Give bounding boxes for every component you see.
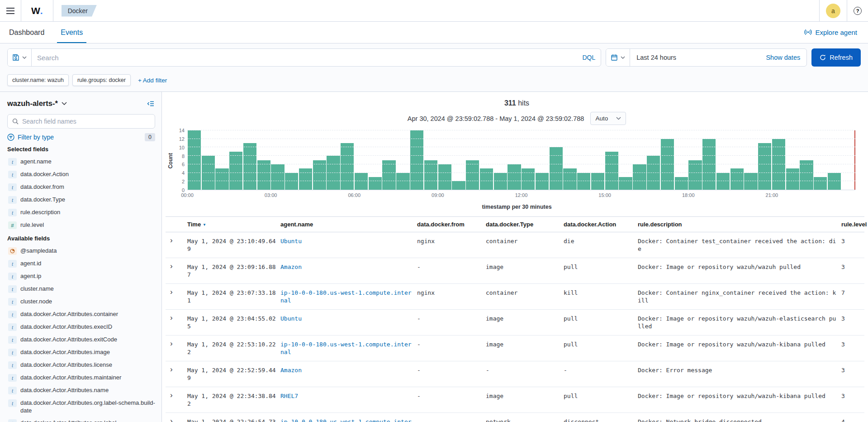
gridline — [187, 155, 855, 156]
field-item[interactable]: tdata.docker.Action — [7, 168, 155, 181]
agent-name-link[interactable]: Amazon — [280, 264, 302, 270]
histogram-bar[interactable] — [758, 143, 771, 190]
field-search-input[interactable] — [22, 118, 150, 125]
show-dates-link[interactable]: Show dates — [759, 54, 806, 61]
field-item[interactable]: tcluster.name — [7, 283, 155, 295]
expand-row-button[interactable]: › — [166, 258, 187, 283]
filter-pill-rule-groups[interactable]: rule.groups: docker — [72, 74, 131, 86]
refresh-button[interactable]: Refresh — [811, 48, 861, 67]
histogram-bar[interactable] — [522, 168, 535, 190]
field-item[interactable]: tcluster.node — [7, 295, 155, 308]
histogram-bar[interactable] — [215, 168, 228, 190]
histogram-bar[interactable] — [229, 152, 242, 190]
field-item[interactable]: tdata.docker.Actor.Attributes.container — [7, 308, 155, 321]
histogram-bar[interactable] — [202, 156, 215, 190]
histogram-bar[interactable] — [550, 147, 563, 190]
histogram-bar[interactable] — [299, 168, 312, 190]
tab-events[interactable]: Events — [61, 22, 83, 43]
agent-name-link[interactable]: ip-10-0-0-180.us-west-1.compute.internal — [280, 341, 412, 355]
histogram-bar[interactable] — [814, 177, 827, 190]
histogram-bar[interactable] — [675, 177, 688, 190]
expand-row-button[interactable]: › — [166, 232, 187, 258]
histogram-bar[interactable] — [369, 177, 382, 190]
histogram-bar[interactable] — [424, 160, 437, 190]
field-item[interactable]: tagent.ip — [7, 270, 155, 283]
histogram-bar[interactable] — [271, 164, 284, 190]
histogram-bar[interactable] — [688, 160, 702, 190]
histogram-bar[interactable] — [563, 168, 576, 190]
index-pattern-selector[interactable]: wazuh-alerts-* — [7, 99, 67, 108]
histogram-bar[interactable] — [786, 168, 799, 190]
histogram-bar[interactable] — [452, 181, 465, 190]
avatar[interactable]: a — [826, 4, 840, 18]
cell-docker-action: pull — [564, 258, 638, 283]
calendar-button[interactable] — [606, 49, 630, 66]
field-item[interactable]: trule.description — [7, 206, 155, 219]
histogram-bar[interactable] — [243, 143, 256, 190]
histogram-bar[interactable] — [382, 160, 395, 190]
field-item[interactable]: tdata.docker.Actor.Attributes.exitCode — [7, 333, 155, 346]
wazuh-logo[interactable]: W. — [21, 0, 53, 21]
field-item-label: data.docker.Actor.Attributes.image — [20, 348, 110, 356]
histogram-bar[interactable] — [438, 164, 451, 190]
agent-name-link[interactable]: ip-10-0-0-180.us-west-1.compute.internal — [280, 418, 412, 422]
cell-rule-description: Docker: Image or repository wazuh/wazuh-… — [638, 336, 841, 361]
field-item[interactable]: tdata.docker.Actor.Attributes.maintainer — [7, 371, 155, 384]
help-button[interactable]: ? — [847, 0, 868, 21]
chart-plot[interactable] — [187, 130, 855, 190]
x-tick-label: 15:00 — [598, 192, 611, 198]
tab-dashboard[interactable]: Dashboard — [9, 22, 44, 43]
field-item[interactable]: tdata.docker.Actor.Attributes.org.label-… — [7, 397, 155, 417]
field-item[interactable]: tdata.docker.Actor.Attributes.name — [7, 384, 155, 397]
histogram-bar[interactable] — [480, 168, 493, 190]
time-range-value[interactable]: Last 24 hours — [630, 54, 759, 61]
field-item[interactable]: @sampledata — [7, 245, 155, 257]
agent-name-link[interactable]: Amazon — [280, 367, 302, 374]
interval-select[interactable]: Auto — [590, 112, 626, 125]
agent-name-link[interactable]: ip-10-0-0-180.us-west-1.compute.internal — [280, 289, 412, 304]
histogram-bar[interactable] — [466, 160, 479, 190]
histogram-bar[interactable] — [800, 160, 813, 190]
histogram-bar[interactable] — [619, 177, 632, 190]
agent-name-link[interactable]: Ubuntu — [280, 238, 302, 245]
filter-by-type-button[interactable]: Filter by type — [7, 134, 54, 141]
filter-pill-cluster-name[interactable]: cluster.name: wazuh — [7, 74, 69, 86]
agent-name-link[interactable]: Ubuntu — [280, 315, 302, 322]
menu-button[interactable] — [0, 0, 21, 21]
histogram-bar[interactable] — [327, 156, 340, 190]
histogram-bar[interactable] — [341, 143, 354, 190]
sort-down-icon: ▼ — [203, 223, 206, 227]
breadcrumb[interactable]: Docker — [62, 5, 97, 17]
add-filter-link[interactable]: + Add filter — [138, 77, 167, 84]
histogram-bar[interactable] — [730, 168, 744, 190]
expand-row-button[interactable]: › — [166, 361, 187, 387]
field-item[interactable]: tdata.docker.Actor.Attributes.execID — [7, 321, 155, 333]
field-item[interactable]: tdata.docker.Actor.Attributes.image — [7, 346, 155, 359]
field-item[interactable]: tagent.name — [7, 155, 155, 168]
expand-row-button[interactable]: › — [166, 310, 187, 335]
expand-row-button[interactable]: › — [166, 336, 187, 361]
histogram-bar[interactable] — [508, 164, 521, 190]
saved-query-button[interactable] — [8, 49, 32, 66]
field-item[interactable]: #rule.level — [7, 219, 155, 231]
agent-name-link[interactable]: RHEL7 — [280, 393, 298, 399]
expand-row-button[interactable]: › — [166, 413, 187, 422]
histogram-bar[interactable] — [257, 160, 270, 190]
field-item[interactable]: tdata.docker.from — [7, 181, 155, 193]
app-root: W. Docker a ? Dashboard Events Explore a… — [0, 0, 868, 422]
field-item[interactable]: tdata.docker.Actor.Attributes.org.label- — [7, 417, 155, 422]
dql-button[interactable]: DQL — [577, 54, 601, 61]
histogram-bar[interactable] — [633, 164, 646, 190]
histogram-bar[interactable] — [605, 152, 618, 190]
histogram-bar[interactable] — [313, 160, 326, 190]
col-time[interactable]: Time▼ — [187, 217, 280, 232]
field-item[interactable]: tdata.docker.Actor.Attributes.license — [7, 359, 155, 371]
histogram-bar[interactable] — [647, 156, 660, 190]
search-input[interactable] — [32, 54, 577, 62]
explore-agent-link[interactable]: Explore agent — [804, 29, 857, 36]
expand-row-button[interactable]: › — [166, 387, 187, 412]
field-item[interactable]: tagent.id — [7, 257, 155, 270]
expand-row-button[interactable]: › — [166, 284, 187, 309]
field-item[interactable]: tdata.docker.Type — [7, 193, 155, 206]
collapse-sidebar-button[interactable] — [146, 100, 155, 108]
